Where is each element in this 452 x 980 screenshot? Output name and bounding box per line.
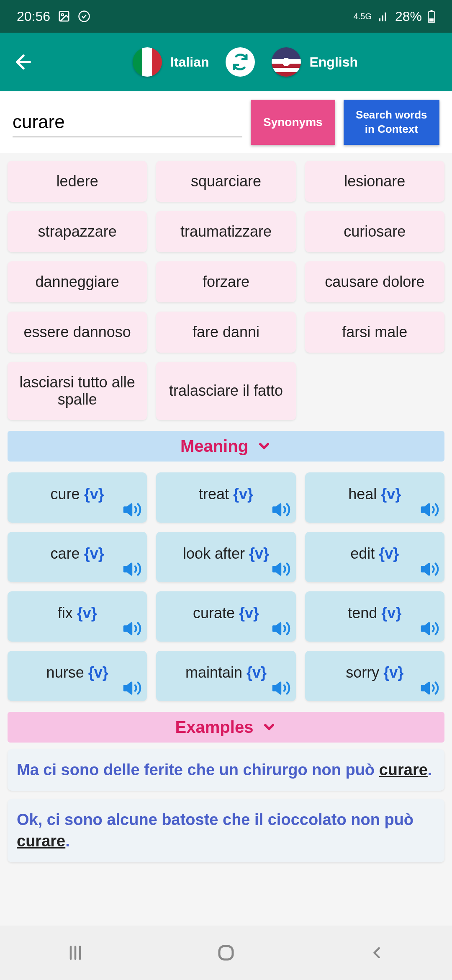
lang-to[interactable]: English — [272, 47, 358, 77]
pos-tag: {v} — [84, 485, 104, 503]
home-button[interactable] — [213, 940, 239, 965]
meaning-card[interactable]: fix {v} — [8, 591, 147, 642]
meaning-word: curate {v} — [193, 604, 259, 622]
synonym-chip[interactable]: danneggiare — [8, 261, 147, 302]
picture-icon — [58, 10, 70, 23]
search-input[interactable] — [13, 107, 242, 137]
swap-languages-button[interactable] — [226, 47, 255, 77]
speaker-icon[interactable] — [420, 500, 439, 519]
battery-icon — [428, 10, 435, 23]
app-header: Italian English — [0, 33, 452, 91]
lang-from-label: Italian — [170, 54, 209, 70]
pos-tag: {v} — [379, 545, 399, 562]
speaker-icon[interactable] — [420, 560, 439, 579]
synonym-chip[interactable]: strapazzare — [8, 211, 147, 252]
sync-icon — [78, 10, 90, 23]
synonym-chip[interactable]: traumatizzare — [156, 211, 295, 252]
meaning-card[interactable]: heal {v} — [305, 472, 444, 523]
pos-tag: {v} — [233, 485, 253, 503]
meaning-card[interactable]: care {v} — [8, 532, 147, 582]
meaning-word: heal {v} — [348, 485, 401, 503]
meaning-word: nurse {v} — [46, 664, 108, 681]
battery-text: 28% — [395, 9, 422, 24]
synonym-chip[interactable]: tralasciare il fatto — [156, 362, 295, 420]
speaker-icon[interactable] — [123, 619, 142, 638]
meaning-card[interactable]: cure {v} — [8, 472, 147, 523]
meaning-section-header[interactable]: Meaning — [8, 431, 444, 462]
synonym-chip[interactable]: causare dolore — [305, 261, 444, 302]
meaning-card[interactable]: tend {v} — [305, 591, 444, 642]
highlighted-word: curare — [379, 761, 428, 779]
synonym-chip[interactable]: lasciarsi tutto alle spalle — [8, 362, 147, 420]
meanings-grid: cure {v}treat {v}heal {v}care {v}look af… — [0, 465, 452, 709]
speaker-icon[interactable] — [123, 500, 142, 519]
synonyms-button[interactable]: Synonyms — [251, 100, 335, 145]
example-sentence[interactable]: Ok, ci sono alcune batoste che il ciocco… — [8, 799, 444, 862]
synonym-chip[interactable]: fare danni — [156, 312, 295, 353]
meaning-card[interactable]: nurse {v} — [8, 651, 147, 701]
speaker-icon[interactable] — [272, 678, 291, 698]
meaning-card[interactable]: treat {v} — [156, 472, 295, 523]
status-right: 4.5G 28% — [354, 9, 435, 24]
synonym-chip[interactable]: lesionare — [305, 161, 444, 202]
meaning-card[interactable]: look after {v} — [156, 532, 295, 582]
synonym-chip[interactable]: essere dannoso — [8, 312, 147, 353]
speaker-icon[interactable] — [420, 619, 439, 638]
synonym-chip[interactable]: farsi male — [305, 312, 444, 353]
highlighted-word: curare — [17, 832, 65, 850]
flag-italian-icon — [133, 47, 162, 77]
lang-to-label: English — [309, 54, 358, 70]
lang-from[interactable]: Italian — [133, 47, 209, 77]
svg-rect-6 — [219, 946, 233, 959]
chevron-down-icon — [262, 720, 277, 735]
language-selector: Italian English — [51, 47, 439, 77]
meaning-word: cure {v} — [51, 485, 104, 503]
examples-list: Ma ci sono delle ferite che un chirurgo … — [0, 746, 452, 866]
context-button[interactable]: Search words in Context — [344, 100, 439, 145]
synonym-chip[interactable]: squarciare — [156, 161, 295, 202]
speaker-icon[interactable] — [123, 678, 142, 698]
meaning-label: Meaning — [180, 437, 248, 456]
pos-tag: {v} — [249, 545, 269, 562]
synonym-chip[interactable]: curiosare — [305, 211, 444, 252]
svg-point-1 — [62, 14, 64, 16]
speaker-icon[interactable] — [420, 678, 439, 698]
meaning-card[interactable]: curate {v} — [156, 591, 295, 642]
network-type: 4.5G — [354, 12, 372, 21]
speaker-icon[interactable] — [272, 560, 291, 579]
svg-point-2 — [79, 11, 90, 22]
search-row: Synonyms Search words in Context — [0, 91, 452, 153]
meaning-word: maintain {v} — [185, 664, 267, 681]
pos-tag: {v} — [383, 664, 403, 681]
back-button[interactable] — [13, 51, 34, 73]
pos-tag: {v} — [88, 664, 108, 681]
meaning-word: tend {v} — [348, 604, 401, 622]
flag-english-icon — [272, 47, 301, 77]
status-left: 20:56 — [17, 9, 90, 24]
back-nav-button[interactable] — [364, 940, 389, 965]
chevron-down-icon — [257, 438, 272, 454]
pos-tag: {v} — [381, 604, 401, 622]
system-nav-bar — [0, 926, 452, 980]
signal-icon — [378, 10, 389, 22]
pos-tag: {v} — [381, 485, 401, 503]
synonym-chip[interactable]: ledere — [8, 161, 147, 202]
speaker-icon[interactable] — [123, 560, 142, 579]
svg-rect-4 — [431, 10, 433, 12]
example-sentence[interactable]: Ma ci sono delle ferite che un chirurgo … — [8, 749, 444, 791]
synonyms-grid: lederesquarciarelesionarestrapazzaretrau… — [0, 153, 452, 428]
pos-tag: {v} — [84, 545, 104, 562]
meaning-card[interactable]: maintain {v} — [156, 651, 295, 701]
examples-section-header[interactable]: Examples — [8, 712, 444, 743]
meaning-word: care {v} — [51, 545, 104, 562]
speaker-icon[interactable] — [272, 619, 291, 638]
speaker-icon[interactable] — [272, 500, 291, 519]
meaning-word: fix {v} — [58, 604, 97, 622]
synonym-chip[interactable]: forzare — [156, 261, 295, 302]
meaning-word: edit {v} — [350, 545, 399, 562]
meaning-card[interactable]: sorry {v} — [305, 651, 444, 701]
pos-tag: {v} — [239, 604, 259, 622]
pos-tag: {v} — [247, 664, 267, 681]
meaning-card[interactable]: edit {v} — [305, 532, 444, 582]
recents-button[interactable] — [63, 940, 88, 965]
